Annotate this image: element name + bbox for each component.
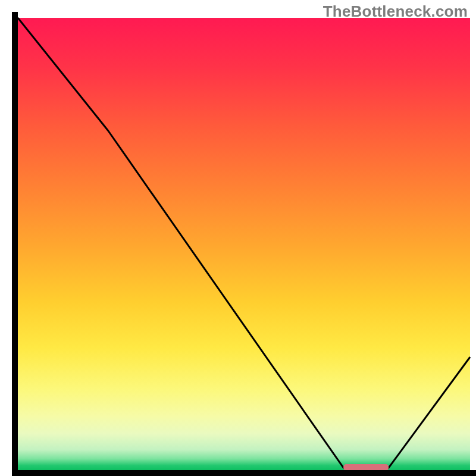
watermark-text: TheBottleneck.com: [323, 2, 468, 21]
bottleneck-chart: [0, 0, 476, 476]
highlight-marker: [343, 464, 389, 471]
plot-background: [18, 18, 470, 470]
chart-container: TheBottleneck.com: [0, 0, 476, 476]
